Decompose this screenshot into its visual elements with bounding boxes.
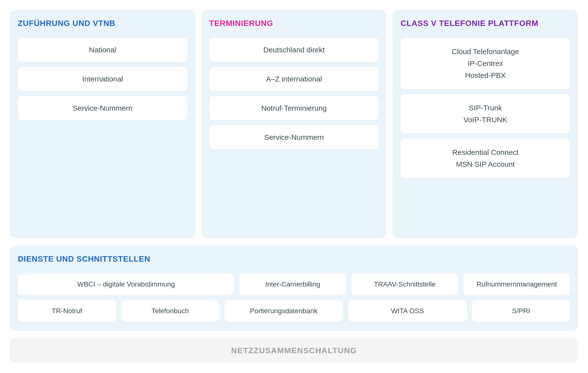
- card-az-international: A–Z international: [209, 67, 379, 91]
- panel-terminierung-title: TERMINIERUNG: [209, 19, 379, 28]
- panel-zufuehrung-title: ZUFÜHRUNG UND vTNB: [18, 19, 188, 28]
- card-telefonbuch: Telefonbuch: [121, 300, 219, 322]
- dienste-panel: DIENSTE UND SCHNITTSTELLEN WBCI – digita…: [10, 246, 578, 331]
- card-wita-oss: WITA OSS: [348, 300, 467, 322]
- card-rufnummernmanagement: Rufnummernmanagement: [463, 273, 570, 295]
- panel-classv: CLASS V TELEFONIE PLATTFORM Cloud Telefo…: [393, 10, 578, 238]
- card-tr-notruf: TR-Notruf: [18, 300, 116, 322]
- card-national: National: [18, 38, 188, 62]
- panel-classv-title: CLASS V TELEFONIE PLATTFORM: [400, 19, 570, 28]
- panel-zufuehrung: ZUFÜHRUNG UND vTNB National Internationa…: [10, 10, 195, 238]
- footer-bar: NETZZUSAMMENSCHALTUNG: [10, 338, 578, 363]
- card-inter-carrierbilling: Inter-Carrierbilling: [239, 273, 346, 295]
- footer-title: NETZZUSAMMENSCHALTUNG: [18, 346, 570, 355]
- card-notruf-terminierung: Notruf-Terminierung: [209, 96, 379, 120]
- card-sip-trunk: SIP-Trunk VoIP-TRUNK: [400, 94, 570, 134]
- card-service-nummern-2: Service-Nummern: [209, 125, 379, 149]
- top-section: ZUFÜHRUNG UND vTNB National Internationa…: [10, 10, 578, 238]
- dienste-title: DIENSTE UND SCHNITTSTELLEN: [18, 254, 570, 264]
- panel-terminierung: TERMINIERUNG Deutschland direkt A–Z inte…: [201, 10, 387, 238]
- card-residential-connect: Residential Connect MSN SIP Account: [400, 139, 570, 178]
- card-traav: TRAAV-Schnittstelle: [351, 273, 458, 295]
- card-deutschland-direkt: Deutschland direkt: [209, 38, 379, 62]
- card-service-nummern-1: Service-Nummern: [18, 96, 188, 120]
- dienste-row-1: WBCI – digitale Vorabstimmung Inter-Carr…: [18, 273, 570, 295]
- card-international: International: [18, 67, 188, 91]
- card-spri: S/PRI: [472, 300, 570, 322]
- card-cloud-telefonanlage: Cloud Telefonanlage IP-Centrex Hosted-PB…: [400, 38, 570, 89]
- card-wbci: WBCI – digitale Vorabstimmung: [18, 273, 234, 295]
- card-portierungsdatenbank: Portierungsdatenbank: [224, 300, 343, 322]
- dienste-row-2: TR-Notruf Telefonbuch Portierungsdatenba…: [18, 300, 570, 322]
